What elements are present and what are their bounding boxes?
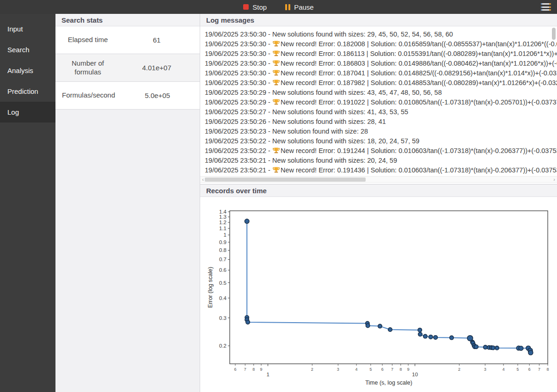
stat-label: Number of formulas	[55, 56, 120, 80]
svg-text:10: 10	[412, 372, 418, 377]
stat-value: 61	[120, 36, 200, 44]
scroll-left-arrow-icon[interactable]: ‹	[201, 177, 205, 182]
stats-row: Formulas/second5.0e+05	[55, 82, 200, 110]
log-line: 19/06/2025 23:50:30 - New record! Error:…	[205, 39, 550, 49]
sidebar-item-label: Log	[7, 108, 19, 116]
data-point	[495, 346, 499, 350]
svg-text:0.7: 0.7	[219, 257, 226, 262]
stat-value: 4.01e+07	[120, 64, 200, 72]
sidebar-item-label: Search	[7, 46, 30, 54]
data-point	[484, 345, 488, 349]
svg-text:7: 7	[391, 367, 393, 372]
log-message: New solutions found with sizes: 28, 41	[272, 118, 386, 125]
sidebar-item-input[interactable]: Input	[0, 18, 55, 39]
x-axis: 6789234567892345678110	[234, 364, 549, 377]
log-timestamp: 19/06/2025 23:50:30 -	[205, 69, 272, 77]
log-message: New record! Error: 0.191244 | Solution: …	[281, 147, 557, 154]
svg-text:1: 1	[266, 372, 269, 377]
svg-text:6: 6	[528, 367, 531, 372]
svg-text:7: 7	[538, 367, 540, 372]
data-point	[366, 324, 370, 328]
log-message: New solutions found with sizes: 41, 43, …	[272, 108, 408, 116]
log-messages-title: Log messages	[206, 16, 254, 24]
log-timestamp: 19/06/2025 23:50:23 -	[205, 128, 272, 135]
data-point	[418, 332, 422, 337]
svg-text:0.8: 0.8	[219, 247, 226, 253]
log-line: 19/06/2025 23:50:30 - New record! Error:…	[205, 78, 550, 88]
svg-text:0.5: 0.5	[219, 280, 226, 286]
scroll-right-arrow-icon[interactable]: ›	[552, 177, 556, 182]
svg-text:7: 7	[244, 367, 246, 372]
log-horizontal-scrollbar[interactable]: ‹ ›	[200, 176, 557, 183]
log-line: 19/06/2025 23:50:30 - New solutions foun…	[205, 30, 550, 39]
records-title: Records over time	[206, 187, 267, 195]
log-timestamp: 19/06/2025 23:50:30 -	[205, 31, 272, 38]
log-message: New record! Error: 0.182008 | Solution: …	[281, 40, 557, 48]
log-timestamp: 19/06/2025 23:50:22 -	[205, 147, 272, 154]
records-header: Records over time	[200, 184, 557, 197]
stop-icon	[243, 4, 249, 10]
log-timestamp: 19/06/2025 23:50:27 -	[205, 108, 272, 116]
stats-row: Elapsed time61	[55, 26, 200, 54]
stat-label: Elapsed time	[55, 33, 120, 47]
data-points	[245, 219, 533, 355]
search-stats-title: Search stats	[61, 16, 103, 24]
hamburger-menu-icon[interactable]	[541, 3, 551, 11]
svg-text:8: 8	[252, 367, 255, 372]
log-vertical-scrollbar-thumb[interactable]	[552, 28, 556, 40]
log-message: New solutions found with sizes: 18, 20, …	[272, 137, 419, 145]
svg-text:4: 4	[502, 367, 505, 372]
log-line: 19/06/2025 23:50:22 - New record! Error:…	[205, 146, 550, 156]
data-point	[519, 346, 523, 351]
sidebar-item-log[interactable]: Log	[0, 102, 55, 122]
search-stats-header: Search stats	[55, 14, 200, 26]
stop-button[interactable]: Stop	[243, 3, 267, 11]
records-chart-svg[interactable]: 1.41.31.21.110.90.80.70.60.50.40.30.2678…	[206, 203, 555, 388]
svg-text:1.1: 1.1	[219, 226, 226, 231]
data-point	[429, 335, 433, 339]
svg-text:4: 4	[355, 367, 358, 372]
y-axis: 1.41.31.21.110.90.80.70.60.50.40.30.2	[219, 209, 230, 349]
svg-text:1.3: 1.3	[219, 214, 226, 220]
log-line: 19/06/2025 23:50:30 - New record! Error:…	[205, 49, 550, 59]
pause-icon	[285, 4, 290, 10]
log-line: 19/06/2025 23:50:29 - New solutions foun…	[205, 88, 550, 98]
sidebar-item-prediction[interactable]: Prediction	[0, 81, 55, 102]
sidebar-item-label: Analysis	[7, 67, 33, 74]
svg-text:1: 1	[224, 232, 226, 238]
x-axis-title: Time (s, log scale)	[365, 380, 412, 386]
trophy-icon	[273, 60, 280, 67]
log-message: New record! Error: 0.187041 | Solution: …	[281, 69, 557, 77]
log-line: 19/06/2025 23:50:30 - New record! Error:…	[205, 59, 550, 68]
plot-border	[230, 211, 548, 364]
data-point	[246, 320, 250, 325]
sidebar-item-search[interactable]: Search	[0, 39, 55, 60]
svg-text:5: 5	[369, 367, 372, 372]
svg-text:9: 9	[407, 367, 410, 372]
log-message: New solutions found with sizes: 43, 45, …	[272, 89, 442, 96]
svg-text:1.2: 1.2	[219, 220, 226, 225]
log-timestamp: 19/06/2025 23:50:30 -	[205, 50, 272, 57]
svg-text:8: 8	[399, 367, 402, 372]
series-line	[247, 221, 531, 353]
svg-text:0.4: 0.4	[219, 295, 227, 301]
pause-button[interactable]: Pause	[285, 3, 314, 11]
data-point	[378, 324, 382, 328]
trophy-icon	[273, 166, 280, 173]
stats-row: Number of formulas4.01e+07	[55, 54, 200, 82]
log-horizontal-scrollbar-thumb[interactable]	[205, 178, 366, 182]
y-axis-title: Error (log scale)	[207, 267, 214, 308]
svg-text:5: 5	[517, 367, 519, 372]
sidebar-item-label: Input	[7, 25, 23, 33]
sidebar-item-analysis[interactable]: Analysis	[0, 60, 55, 81]
data-point	[388, 328, 392, 332]
sidebar-item-label: Prediction	[7, 87, 38, 95]
trophy-icon	[273, 98, 280, 105]
data-point	[474, 345, 478, 349]
log-timestamp: 19/06/2025 23:50:22 -	[205, 137, 272, 145]
trophy-icon	[273, 69, 280, 76]
data-point	[528, 350, 533, 355]
sidebar: InputSearchAnalysisPredictionLog	[0, 14, 55, 392]
log-line: 19/06/2025 23:50:29 - New record! Error:…	[205, 98, 550, 107]
data-point	[450, 336, 454, 340]
